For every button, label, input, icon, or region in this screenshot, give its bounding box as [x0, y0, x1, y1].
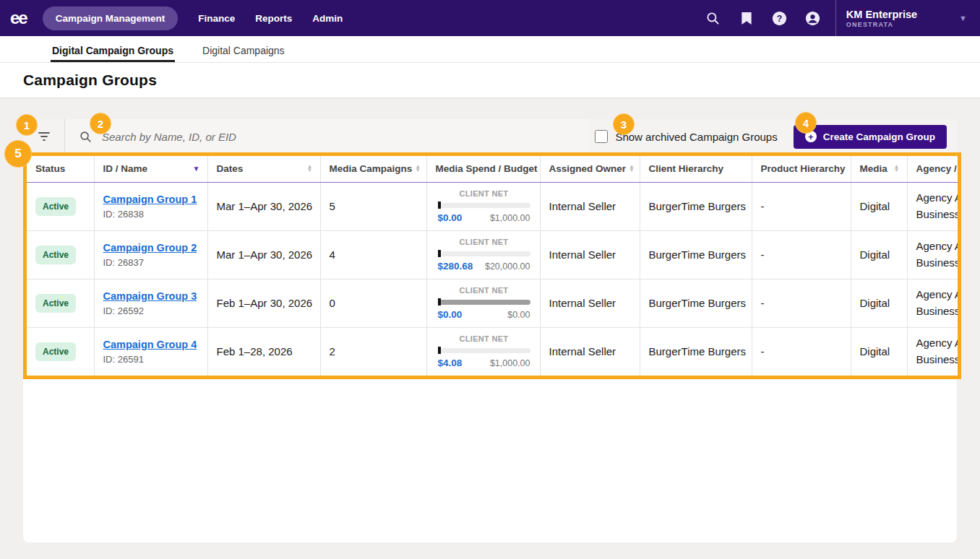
col-header-client-hierarchy[interactable]: Client Hierarchy [640, 156, 752, 182]
status-badge: Active [35, 342, 76, 361]
spend-value: $280.68 [438, 261, 473, 272]
spend-budget-cell: CLIENT NET $280.68$20,000.00 [426, 230, 540, 279]
table-card: Status ID / Name▼ Dates▲▼ Media Campaign… [23, 154, 957, 542]
agency-cell: Agency ABusiness [907, 182, 961, 230]
table-row: Active Campaign Group 1ID: 26838 Mar 1–A… [27, 182, 961, 230]
col-header-assigned-owner[interactable]: Assigned Owner▲▼ [540, 156, 640, 182]
client-hierarchy-cell: BurgerTime Burgers [640, 182, 752, 230]
tenant-org: ONESTRATA [846, 21, 917, 28]
spend-value: $4.08 [438, 358, 463, 368]
assigned-owner-cell: Internal Seller [540, 182, 640, 230]
account-icon[interactable] [796, 0, 830, 36]
create-campaign-group-button[interactable]: + Create Campaign Group [794, 125, 947, 149]
agency-cell: Agency ABusiness [907, 230, 961, 279]
spend-value: $0.00 [438, 309, 463, 320]
product-hierarchy-cell: - [752, 182, 851, 230]
campaign-group-id: ID: 26592 [103, 306, 144, 316]
annotation-badge-5: 5 [4, 140, 32, 168]
budget-value: $1,000.00 [490, 213, 530, 223]
nav-item-reports[interactable]: Reports [255, 13, 292, 24]
bookmark-icon[interactable] [730, 0, 763, 36]
sort-desc-icon[interactable]: ▼ [193, 165, 200, 173]
campaign-group-id: ID: 26591 [103, 354, 144, 365]
search-icon [79, 131, 92, 143]
show-archived-checkbox[interactable] [595, 130, 608, 143]
content-area: Show archived Campaign Groups + Create C… [0, 98, 980, 542]
campaign-group-link[interactable]: Campaign Group 4 [103, 339, 200, 350]
assigned-owner-cell: Internal Seller [540, 230, 640, 279]
spend-progress-bar [438, 298, 530, 306]
nav-item-campaign-management[interactable]: Campaign Management [43, 6, 179, 30]
sort-icon[interactable]: ▲▼ [894, 165, 900, 172]
client-hierarchy-cell: BurgerTime Burgers [640, 327, 752, 376]
col-header-product-hierarchy[interactable]: Product Hierarchy [752, 156, 851, 182]
campaign-groups-table: Status ID / Name▼ Dates▲▼ Media Campaign… [27, 156, 961, 376]
client-hierarchy-cell: BurgerTime Burgers [640, 230, 752, 279]
budget-value: $0.00 [507, 310, 530, 320]
tab-digital-campaigns[interactable]: Digital Campaigns [201, 38, 286, 62]
col-header-media-spend-budget[interactable]: Media Spend / Budget [426, 156, 540, 182]
budget-value: $1,000.00 [490, 358, 530, 368]
campaign-group-id: ID: 26837 [103, 257, 144, 268]
dates-cell: Mar 1–Apr 30, 2026 [207, 182, 320, 230]
show-archived-label: Show archived Campaign Groups [615, 131, 777, 143]
help-icon[interactable]: ? [763, 0, 796, 36]
tenant-selector[interactable]: KM Enterprise ONESTRATA ▼ [836, 8, 971, 28]
spend-progress-bar [438, 250, 530, 257]
spend-budget-cell: CLIENT NET $0.00$1,000.00 [426, 182, 540, 230]
col-header-id-name[interactable]: ID / Name▼ [94, 156, 207, 182]
client-hierarchy-cell: BurgerTime Burgers [640, 279, 752, 327]
filter-icon [38, 131, 51, 142]
media-campaigns-cell: 2 [320, 327, 426, 376]
col-header-dates[interactable]: Dates▲▼ [207, 156, 320, 182]
tenant-name: KM Enterprise [846, 8, 917, 21]
client-net-label: CLIENT NET [438, 334, 530, 343]
nav-item-finance[interactable]: Finance [198, 13, 235, 24]
assigned-owner-cell: Internal Seller [540, 327, 640, 376]
dates-cell: Mar 1–Apr 30, 2026 [207, 230, 320, 279]
sort-icon[interactable]: ▲▼ [415, 165, 421, 172]
annotation-badge-2: 2 [90, 113, 111, 134]
col-header-media-campaigns[interactable]: Media Campaigns▲▼ [320, 156, 426, 182]
client-net-label: CLIENT NET [438, 286, 530, 295]
product-hierarchy-cell: - [752, 327, 851, 376]
search-field[interactable] [65, 119, 589, 154]
search-input[interactable] [92, 131, 589, 143]
spend-progress-bar [438, 202, 530, 209]
annotation-highlight-frame: Status ID / Name▼ Dates▲▼ Media Campaign… [23, 152, 961, 379]
campaign-group-link[interactable]: Campaign Group 1 [103, 194, 200, 205]
col-header-agency[interactable]: Agency / [907, 156, 961, 182]
top-navbar: ee Campaign Management Finance Reports A… [0, 0, 980, 36]
chevron-down-icon[interactable]: ▼ [959, 14, 967, 22]
campaign-group-id: ID: 26838 [103, 209, 144, 220]
table-row: Active Campaign Group 4ID: 26591 Feb 1–2… [27, 327, 961, 376]
tab-digital-campaign-groups[interactable]: Digital Campaign Groups [51, 38, 175, 62]
col-header-status[interactable]: Status [27, 156, 94, 182]
media-campaigns-cell: 0 [320, 279, 426, 327]
annotation-badge-1: 1 [16, 114, 38, 136]
table-toolbar: Show archived Campaign Groups + Create C… [23, 119, 957, 154]
product-hierarchy-cell: - [752, 230, 851, 279]
sort-icon[interactable]: ▲▼ [307, 165, 313, 172]
campaign-group-link[interactable]: Campaign Group 3 [103, 290, 200, 302]
svg-text:?: ? [777, 13, 782, 23]
media-cell: Digital [851, 279, 907, 327]
campaign-group-link[interactable]: Campaign Group 2 [103, 242, 200, 254]
media-cell: Digital [851, 230, 907, 279]
status-badge: Active [35, 197, 76, 216]
sort-icon[interactable]: ▲▼ [629, 165, 635, 172]
client-net-label: CLIENT NET [438, 189, 530, 198]
annotation-badge-3: 3 [613, 113, 635, 135]
search-icon[interactable] [697, 0, 730, 36]
spend-progress-bar [438, 347, 530, 354]
table-header-row: Status ID / Name▼ Dates▲▼ Media Campaign… [27, 156, 961, 182]
nav-item-admin[interactable]: Admin [312, 13, 343, 24]
spend-budget-cell: CLIENT NET $4.08$1,000.00 [426, 327, 540, 376]
product-hierarchy-cell: - [752, 279, 851, 327]
media-campaigns-cell: 5 [320, 182, 426, 230]
media-cell: Digital [851, 327, 907, 376]
brand-logo[interactable]: ee [10, 9, 27, 27]
table-row: Active Campaign Group 2ID: 26837 Mar 1–A… [27, 230, 961, 279]
media-cell: Digital [851, 182, 907, 230]
col-header-media[interactable]: Media▲▼ [851, 156, 907, 182]
